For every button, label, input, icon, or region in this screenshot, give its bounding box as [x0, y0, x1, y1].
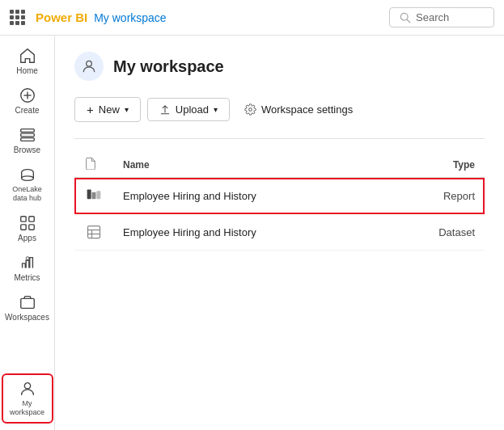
table-row[interactable]: Employee Hiring and HistoryDataset [74, 214, 485, 251]
apps-icon [19, 214, 36, 232]
browse-icon [19, 126, 36, 144]
sidebar: Home Create Browse OneLake data hub [0, 36, 55, 430]
metrics-icon [19, 254, 36, 272]
workspace-link[interactable]: My workspace [94, 11, 166, 24]
workspace-avatar-icon [81, 58, 97, 74]
sidebar-label-workspaces: Workspaces [5, 313, 49, 322]
svg-point-15 [24, 383, 30, 389]
search-box[interactable]: Search [389, 7, 494, 27]
page-title: My workspace [113, 57, 224, 76]
file-header-icon [84, 157, 97, 170]
toolbar-divider [74, 138, 485, 139]
search-icon [400, 12, 411, 23]
content-area: My workspace + New ▾ Upload ▾ [55, 36, 504, 430]
workspace-settings-button[interactable]: Workspace settings [236, 99, 361, 120]
sidebar-label-apps: Apps [18, 234, 36, 242]
sidebar-label-create: Create [15, 106, 39, 115]
upload-chevron-icon: ▾ [214, 105, 218, 114]
home-icon [19, 47, 36, 65]
sidebar-label-browse: Browse [14, 145, 40, 154]
col-type-header: Type [385, 152, 485, 178]
row-icon-cell [74, 214, 113, 251]
create-icon [19, 86, 36, 104]
upload-icon [159, 104, 171, 116]
new-chevron-icon: ▾ [125, 105, 129, 114]
svg-rect-9 [20, 216, 25, 221]
sidebar-label-onelake: OneLake data hub [5, 185, 50, 203]
svg-rect-11 [20, 224, 25, 229]
items-table: Name Type Employee Hiring and HistoryRep… [74, 152, 485, 251]
sidebar-item-metrics[interactable]: Metrics [2, 249, 53, 287]
row-type-cell: Dataset [385, 214, 485, 251]
main-layout: Home Create Browse OneLake data hub [0, 36, 504, 430]
svg-rect-21 [88, 226, 100, 238]
page-header: My workspace [74, 52, 485, 81]
col-name-header: Name [113, 152, 385, 178]
row-type-cell: Report [385, 178, 485, 214]
dataset-icon [84, 222, 104, 242]
table-row[interactable]: Employee Hiring and HistoryReport [74, 178, 485, 214]
topbar-left: Power BI My workspace [10, 10, 167, 26]
svg-rect-12 [28, 224, 33, 229]
new-button[interactable]: + New ▾ [74, 97, 141, 122]
workspaces-icon [19, 293, 36, 311]
svg-point-8 [21, 176, 33, 181]
new-label: New [99, 103, 120, 116]
settings-label: Workspace settings [261, 103, 353, 116]
brand-name: Power BI [36, 11, 87, 24]
sidebar-label-home: Home [16, 66, 38, 75]
sidebar-item-onelake[interactable]: OneLake data hub [2, 161, 53, 208]
search-label: Search [416, 11, 449, 23]
svg-rect-5 [20, 129, 34, 133]
svg-rect-10 [28, 216, 33, 221]
svg-line-1 [407, 19, 410, 23]
page-header-icon [74, 52, 104, 81]
topbar: Power BI My workspace Search [0, 0, 504, 36]
toolbar: + New ▾ Upload ▾ Workspace settings [74, 97, 485, 122]
sidebar-item-workspaces[interactable]: Workspaces [2, 289, 53, 327]
topbar-right: Search [389, 7, 494, 27]
sidebar-item-browse[interactable]: Browse [2, 121, 53, 159]
sidebar-item-create[interactable]: Create [2, 82, 53, 120]
svg-rect-18 [87, 190, 91, 200]
upload-button[interactable]: Upload ▾ [147, 98, 230, 121]
table-header: Name Type [74, 152, 485, 178]
settings-gear-icon [244, 103, 256, 116]
sidebar-label-metrics: Metrics [14, 273, 40, 282]
svg-point-16 [87, 61, 92, 66]
sidebar-item-apps[interactable]: Apps [2, 209, 53, 247]
svg-point-17 [249, 108, 252, 112]
svg-point-13 [26, 256, 29, 259]
sidebar-item-home[interactable]: Home [2, 42, 53, 80]
svg-rect-14 [20, 298, 34, 308]
row-icon-cell [74, 178, 113, 214]
svg-rect-19 [92, 192, 96, 199]
report-icon [84, 186, 104, 205]
onelake-icon [19, 166, 36, 183]
upload-label: Upload [176, 103, 209, 116]
plus-icon: + [87, 103, 94, 116]
sidebar-label-my-workspace: My workspace [6, 399, 49, 417]
table-body: Employee Hiring and HistoryReport Employ… [74, 178, 485, 251]
my-workspace-icon [19, 380, 36, 398]
svg-rect-20 [96, 191, 100, 199]
svg-rect-7 [20, 138, 34, 141]
row-name-cell: Employee Hiring and History [113, 214, 385, 251]
svg-rect-6 [20, 133, 34, 137]
col-icon-header [74, 152, 113, 178]
row-name-cell: Employee Hiring and History [113, 178, 385, 214]
sidebar-item-my-workspace[interactable]: My workspace [2, 373, 53, 424]
grid-menu-icon[interactable] [10, 10, 26, 26]
